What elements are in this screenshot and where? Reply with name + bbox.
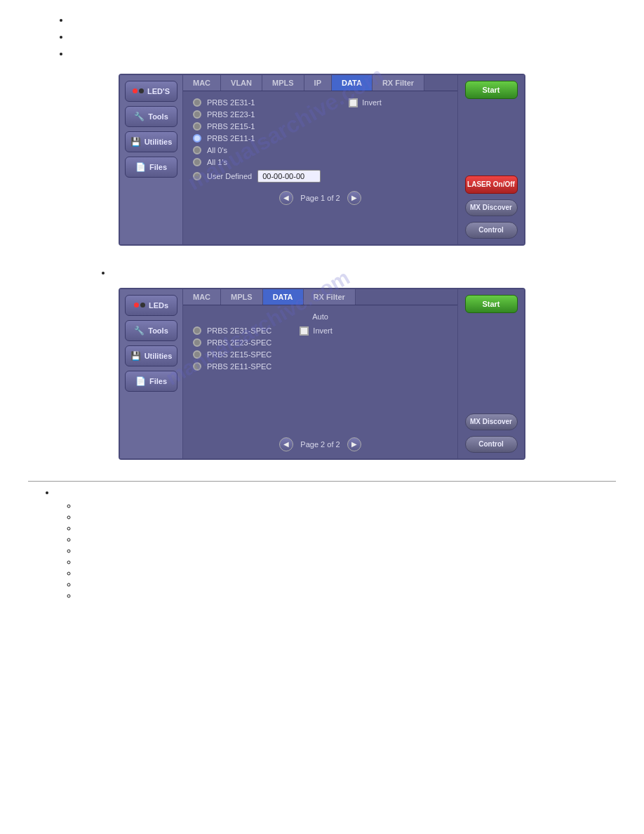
tab2-rxfilter[interactable]: RX Filter — [304, 289, 356, 305]
panel2-right-buttons: Start MX Discover Control — [457, 289, 524, 458]
sidebar-tools-btn[interactable]: 🔧 Tools — [125, 106, 177, 127]
panel1: LED'S 🔧 Tools 💾 Utilities 📄 Files — [119, 74, 525, 246]
panel1-sidebar: LED'S 🔧 Tools 💾 Utilities 📄 Files — [120, 75, 183, 244]
radio2-prbs2e15spec-btn[interactable] — [193, 350, 201, 359]
tools2-icon: 🔧 — [134, 326, 145, 336]
sidebar-utilities-btn[interactable]: 💾 Utilities — [125, 131, 177, 152]
start-button[interactable]: Start — [465, 81, 518, 99]
sidebar2-leds-btn[interactable]: LEDs — [125, 295, 177, 316]
tab-data[interactable]: DATA — [332, 75, 373, 91]
tab2-mpls[interactable]: MPLS — [221, 289, 263, 305]
panel2: LEDs 🔧 Tools 💾 Utilities 📄 Files — [119, 288, 525, 460]
panel2-tabbar: MAC MPLS DATA RX Filter — [183, 289, 457, 305]
panel1-main: MAC VLAN MPLS IP DATA RX Filter PRBS 2E — [183, 75, 457, 244]
sidebar2-utilities-btn[interactable]: 💾 Utilities — [125, 345, 177, 366]
invert-checkbox[interactable] — [349, 98, 358, 107]
control2-button[interactable]: Control — [465, 436, 518, 453]
radio-user-defined-label: User Defined — [207, 172, 252, 180]
radio-user-defined[interactable]: User Defined — [193, 170, 321, 183]
radio2-prbs2e31spec-btn[interactable] — [193, 326, 201, 335]
next-page2-btn[interactable]: ▶ — [347, 437, 361, 451]
tab-rxfilter[interactable]: RX Filter — [373, 75, 424, 91]
tab2-data[interactable]: DATA — [263, 289, 304, 305]
sub-bullet-9 — [77, 590, 616, 600]
bottom-section — [28, 481, 616, 600]
led-red — [133, 88, 137, 93]
led-dots-icon — [133, 88, 144, 93]
invert2-checkbox[interactable] — [300, 326, 309, 336]
files2-icon: 📄 — [135, 376, 146, 386]
tab2-mac[interactable]: MAC — [183, 289, 221, 305]
sidebar-utilities-label: Utilities — [145, 138, 173, 146]
panel2-wrapper: LEDs 🔧 Tools 💾 Utilities 📄 Files — [119, 288, 525, 460]
panel2-pagination: ◀ Page 2 of 2 ▶ — [193, 423, 448, 451]
sidebar-files-btn[interactable]: 📄 Files — [125, 157, 177, 178]
laser-button[interactable]: LASER On/Off — [465, 176, 518, 194]
radio2-prbs2e11spec-label: PRBS 2E11-SPEC — [207, 362, 271, 371]
radio2-prbs2e23spec-label: PRBS 2E23-SPEC — [207, 338, 271, 347]
radio2-prbs2e15spec[interactable]: PRBS 2E15-SPEC — [193, 350, 271, 359]
sidebar-leds-btn[interactable]: LED'S — [125, 81, 177, 102]
sub-bullet-4 — [77, 534, 616, 544]
panel2-body: Auto PRBS 2E31-SPEC PRBS 2E23-SPEC — [183, 305, 457, 458]
mx-discover2-button[interactable]: MX Discover — [465, 413, 518, 430]
radio-all1s-label: All 1's — [207, 158, 227, 166]
tab-vlan[interactable]: VLAN — [221, 75, 262, 91]
radio-prbs2e23[interactable]: PRBS 2E23-1 — [193, 110, 321, 119]
panel2-sidebar: LEDs 🔧 Tools 💾 Utilities 📄 Files — [120, 289, 183, 458]
prev-page-btn[interactable]: ◀ — [279, 191, 293, 205]
radio2-prbs2e31spec[interactable]: PRBS 2E31-SPEC — [193, 326, 271, 335]
panel1-pagination: ◀ Page 1 of 2 ▶ — [193, 191, 448, 205]
radio-prbs2e15[interactable]: PRBS 2E15-1 — [193, 122, 321, 131]
radio-prbs2e23-btn[interactable] — [193, 110, 201, 119]
sidebar2-utilities-label: Utilities — [145, 352, 173, 360]
radio-prbs2e15-btn[interactable] — [193, 122, 201, 131]
sidebar2-tools-btn[interactable]: 🔧 Tools — [125, 320, 177, 341]
prev-page2-btn[interactable]: ◀ — [279, 437, 293, 451]
invert-row: Invert — [349, 98, 382, 107]
radio2-prbs2e11spec[interactable]: PRBS 2E11-SPEC — [193, 362, 271, 371]
sidebar2-files-btn[interactable]: 📄 Files — [125, 371, 177, 392]
radio-prbs2e31[interactable]: PRBS 2E31-1 — [193, 98, 321, 107]
radio2-prbs2e23spec[interactable]: PRBS 2E23-SPEC — [193, 338, 271, 347]
panel1-body: PRBS 2E31-1 PRBS 2E23-1 PRBS 2E15-1 — [183, 91, 457, 244]
radio2-prbs2e11spec-btn[interactable] — [193, 362, 201, 371]
radio2-prbs2e23spec-btn[interactable] — [193, 338, 201, 347]
radio-all0s-btn[interactable] — [193, 146, 201, 154]
invert-label: Invert — [362, 98, 382, 107]
led2-red — [134, 303, 139, 307]
radio-prbs2e31-btn[interactable] — [193, 98, 201, 107]
radio-all0s[interactable]: All 0's — [193, 146, 321, 154]
bullet-1 — [70, 14, 616, 27]
auto-label: Auto — [193, 312, 448, 321]
top-bullet-list — [28, 14, 616, 61]
between-bullet-item — [112, 267, 616, 279]
tab-ip[interactable]: IP — [304, 75, 332, 91]
radio-prbs2e11[interactable]: PRBS 2E11-1 — [193, 134, 321, 143]
radio-all0s-label: All 0's — [207, 146, 227, 154]
utilities2-icon: 💾 — [130, 351, 141, 361]
bottom-bullet-list — [28, 487, 616, 600]
tab-mpls[interactable]: MPLS — [262, 75, 304, 91]
mx-discover-button[interactable]: MX Discover — [465, 199, 518, 216]
sub-bullet-3 — [77, 523, 616, 533]
radio-prbs2e15-label: PRBS 2E15-1 — [207, 122, 255, 131]
radio-all1s-btn[interactable] — [193, 158, 201, 166]
led-dark — [139, 88, 144, 93]
tab-mac[interactable]: MAC — [183, 75, 221, 91]
radio-prbs2e11-btn[interactable] — [193, 134, 201, 143]
radio-all1s[interactable]: All 1's — [193, 158, 321, 166]
control-button[interactable]: Control — [465, 222, 518, 239]
sidebar2-leds-label: LEDs — [149, 301, 168, 310]
panel1-wrapper: LED'S 🔧 Tools 💾 Utilities 📄 Files — [119, 74, 525, 246]
start2-button[interactable]: Start — [465, 295, 518, 313]
radio-user-defined-btn[interactable] — [193, 172, 201, 180]
radio2-prbs2e15spec-label: PRBS 2E15-SPEC — [207, 350, 271, 359]
next-page-btn[interactable]: ▶ — [347, 191, 361, 205]
panel2-main: MAC MPLS DATA RX Filter Auto PRBS 2E31-S… — [183, 289, 457, 458]
page2-label: Page 2 of 2 — [300, 440, 340, 449]
tools-icon: 🔧 — [134, 112, 145, 121]
user-defined-input[interactable] — [257, 170, 321, 183]
radio-prbs2e31-label: PRBS 2E31-1 — [207, 98, 255, 107]
sidebar-tools-label: Tools — [148, 112, 168, 121]
